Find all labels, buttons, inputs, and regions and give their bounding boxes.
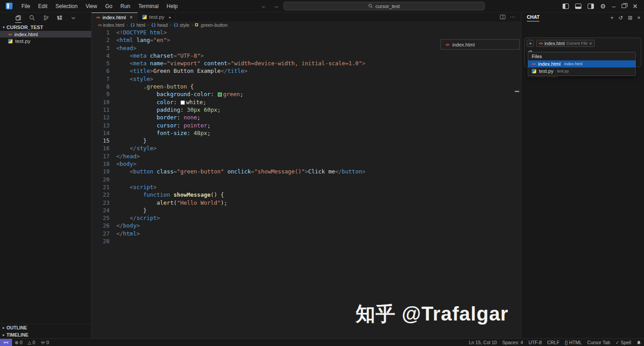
code-line-18[interactable]: 18<body> bbox=[92, 160, 521, 168]
status-item-braces[interactable]: {}HTML bbox=[562, 339, 585, 346]
code-line-5[interactable]: 5<meta name="viewport" content="width=de… bbox=[92, 59, 521, 67]
split-editor-icon[interactable] bbox=[500, 15, 505, 19]
remove-context-icon[interactable]: × bbox=[589, 41, 592, 46]
status-item-crlf[interactable]: CRLF bbox=[544, 339, 562, 346]
status-item-spaces-4[interactable]: Spaces: 4 bbox=[500, 339, 526, 346]
toggle-secondary-sidebar-icon[interactable] bbox=[588, 4, 594, 9]
status-item-ln-15-col-10[interactable]: Ln 15, Col 10 bbox=[466, 339, 499, 346]
outline-section-header[interactable]: ▸ OUTLINE bbox=[0, 324, 91, 331]
code-line-17[interactable]: 17</head> bbox=[92, 152, 521, 160]
more-views-chevron-icon[interactable] bbox=[71, 15, 76, 22]
code-line-28[interactable]: 28 bbox=[92, 237, 521, 245]
breadcrumb-item-green-button[interactable]: .green-button bbox=[195, 22, 227, 28]
window-close-button[interactable]: ✕ bbox=[632, 3, 638, 10]
source-control-icon[interactable] bbox=[43, 15, 49, 23]
history-forward-icon[interactable]: → bbox=[271, 3, 281, 9]
code-token: ; bbox=[197, 114, 201, 121]
code-line-4[interactable]: 4<meta charset="UTF-8"> bbox=[92, 52, 521, 59]
code-line-24[interactable]: 24} bbox=[92, 207, 521, 214]
code-line-10[interactable]: 10color: white; bbox=[92, 98, 521, 106]
status-item-bell[interactable] bbox=[634, 339, 644, 346]
code-token: > bbox=[362, 168, 365, 175]
symbol-class-icon bbox=[195, 23, 198, 26]
status-item-ports[interactable]: 0 bbox=[38, 339, 52, 346]
tab-modified-dot[interactable]: ● bbox=[169, 16, 171, 19]
code-line-8[interactable]: 8.green-button { bbox=[92, 83, 521, 90]
status-item-utf-8[interactable]: UTF-8 bbox=[526, 339, 545, 346]
code-line-13[interactable]: 13cursor: pointer; bbox=[92, 122, 521, 129]
status-item-remote[interactable]: >< bbox=[0, 339, 12, 346]
code-line-25[interactable]: 25</script> bbox=[92, 214, 521, 222]
explorer-section-header[interactable]: ▾ CURSOR_TEST bbox=[0, 23, 91, 31]
open-chat-editor-icon[interactable]: ⊞ bbox=[628, 15, 632, 21]
code-line-11[interactable]: 11padding: 30px 60px; bbox=[92, 106, 521, 114]
ports-icon bbox=[41, 340, 45, 345]
code-line-content: .green-button { bbox=[116, 83, 194, 90]
close-chat-icon[interactable]: × bbox=[637, 15, 640, 21]
toggle-sidebar-icon[interactable] bbox=[563, 4, 569, 9]
menu-item-edit[interactable]: Edit bbox=[34, 2, 51, 11]
menu-item-view[interactable]: View bbox=[82, 2, 101, 11]
status-item-warn[interactable]: △0 bbox=[25, 339, 38, 346]
code-line-15[interactable]: 15} bbox=[92, 137, 521, 144]
code-line-19[interactable]: 19<button class="green-button" onclick="… bbox=[92, 168, 521, 175]
code-line-22[interactable]: 22function showMessage() { bbox=[92, 191, 521, 198]
file-peek-widget[interactable]: <> index.html bbox=[441, 39, 520, 50]
dropdown-item-test.py[interactable]: test.pytest.py bbox=[528, 68, 636, 75]
code-editor[interactable]: 1<!DOCTYPE html>2<html lang="en">3<head>… bbox=[92, 28, 521, 338]
code-line-6[interactable]: 6<title>Green Button Example</title> bbox=[92, 67, 521, 75]
search-sidebar-icon[interactable] bbox=[29, 15, 35, 23]
code-line-9[interactable]: 9background-color: green; bbox=[92, 90, 521, 98]
code-line-12[interactable]: 12border: none; bbox=[92, 114, 521, 121]
code-line-23[interactable]: 23alert("Hello World"); bbox=[92, 199, 521, 207]
explorer-files-icon[interactable] bbox=[15, 15, 21, 23]
status-item-error[interactable]: ⊗0 bbox=[12, 339, 25, 346]
timeline-section-header[interactable]: ▸ TIMELINE bbox=[0, 331, 91, 338]
extensions-icon[interactable] bbox=[57, 15, 63, 23]
code-line-14[interactable]: 14font-size: 48px; bbox=[92, 129, 521, 137]
new-chat-icon[interactable]: + bbox=[610, 15, 614, 21]
code-line-21[interactable]: 21<script> bbox=[92, 183, 521, 191]
code-line-1[interactable]: 1<!DOCTYPE html> bbox=[92, 29, 521, 36]
status-item-check[interactable]: ✓Spell bbox=[613, 339, 634, 346]
menu-item-help[interactable]: Help bbox=[163, 2, 182, 11]
breadcrumb-item-html[interactable]: {}html bbox=[130, 22, 145, 28]
menu-item-terminal[interactable]: Terminal bbox=[135, 2, 162, 11]
dropdown-item-name: index.html bbox=[538, 61, 560, 67]
file-row-test.py[interactable]: test.py bbox=[0, 38, 91, 44]
command-center-search[interactable]: cursor_test bbox=[284, 2, 485, 10]
breadcrumb-item-index.html[interactable]: <>index.html bbox=[98, 22, 124, 28]
menu-item-go[interactable]: Go bbox=[102, 2, 116, 11]
code-line-20[interactable]: 20 bbox=[92, 176, 521, 183]
menu-item-run[interactable]: Run bbox=[117, 2, 134, 11]
context-file-chip[interactable]: <> index.html Current File × bbox=[536, 40, 595, 47]
chat-tab[interactable]: CHAT bbox=[527, 14, 539, 21]
toggle-panel-icon[interactable] bbox=[575, 4, 581, 9]
code-line-content: alert("Hello World"); bbox=[116, 199, 227, 207]
history-back-icon[interactable]: ← bbox=[259, 3, 269, 9]
tab-test.py[interactable]: test.py● bbox=[138, 13, 176, 21]
window-minimize-button[interactable]: – bbox=[612, 3, 615, 10]
code-line-26[interactable]: 26</body> bbox=[92, 222, 521, 229]
settings-gear-icon[interactable]: ⚙ bbox=[600, 3, 606, 9]
code-line-7[interactable]: 7<style> bbox=[92, 75, 521, 83]
code-line-16[interactable]: 16</style> bbox=[92, 144, 521, 152]
dropdown-item-index.html[interactable]: <>index.htmlindex.html bbox=[528, 60, 636, 68]
menu-item-file[interactable]: File bbox=[18, 2, 34, 11]
breadcrumb-item-head[interactable]: {}head bbox=[151, 22, 168, 28]
tab-index.html[interactable]: <>index.html× bbox=[92, 13, 138, 21]
code-token: DOCTYPE html bbox=[123, 29, 163, 36]
menu-item-selection[interactable]: Selection bbox=[52, 2, 81, 11]
scrollbar-marker[interactable] bbox=[515, 91, 519, 92]
window-restore-button[interactable] bbox=[622, 4, 626, 8]
more-actions-icon[interactable]: ⋯ bbox=[510, 14, 516, 20]
code-token: title bbox=[133, 68, 150, 74]
breadcrumb-item-style[interactable]: {}style bbox=[174, 22, 189, 28]
file-row-index.html[interactable]: <>index.html bbox=[0, 31, 91, 38]
app-logo-icon[interactable] bbox=[6, 3, 13, 9]
status-item-cursor-tab[interactable]: Cursor Tab bbox=[585, 339, 613, 346]
code-line-27[interactable]: 27</html> bbox=[92, 230, 521, 237]
tab-close-icon[interactable]: × bbox=[130, 14, 133, 21]
chat-history-icon[interactable]: ↺ bbox=[619, 15, 623, 21]
add-context-button[interactable]: + bbox=[527, 40, 534, 47]
